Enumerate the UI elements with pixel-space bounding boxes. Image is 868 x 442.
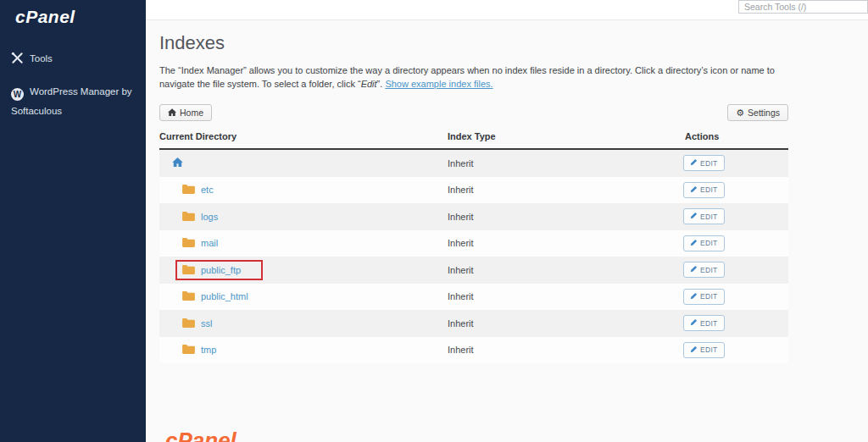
actions-cell: EDIT: [683, 315, 788, 331]
table-row: tmp Inherit EDIT: [159, 337, 788, 364]
directory-link-wrap[interactable]: tmp: [175, 340, 223, 360]
edit-button-label: EDIT: [700, 213, 718, 221]
cpanel-logo: cPanel: [0, 0, 146, 27]
header-actions: Actions: [683, 131, 788, 141]
directory-cell: etc: [159, 180, 448, 200]
topbar: [146, 0, 868, 20]
directory-link-wrap[interactable]: public_html: [175, 286, 255, 307]
gear-icon: ⚙︎: [736, 108, 744, 118]
directory-link[interactable]: etc: [201, 185, 214, 195]
directory-table: Current Directory Index Type Actions Inh…: [159, 131, 788, 363]
index-type-cell: Inherit: [448, 158, 683, 169]
pencil-icon: [690, 212, 698, 221]
description-edit-word: Edit: [361, 79, 377, 89]
index-type-cell: Inherit: [448, 212, 683, 222]
directory-link[interactable]: public_html: [201, 291, 248, 301]
header-index-type: Index Type: [448, 131, 683, 141]
actions-cell: EDIT: [683, 262, 788, 278]
actions-cell: EDIT: [683, 182, 788, 198]
edit-button[interactable]: EDIT: [683, 155, 725, 171]
tools-icon: [11, 52, 24, 71]
directory-link-wrap[interactable]: logs: [175, 207, 225, 227]
footer-cpanel-logo: cPanel: [165, 428, 236, 442]
description-text-end: ”.: [377, 79, 386, 89]
toolbar: Home ⚙︎ Settings: [159, 104, 788, 121]
actions-cell: EDIT: [683, 289, 788, 305]
index-type-cell: Inherit: [448, 265, 683, 275]
actions-cell: EDIT: [683, 342, 788, 358]
pencil-icon: [690, 318, 698, 328]
table-row: public_html Inherit EDIT: [159, 284, 788, 311]
index-type-cell: Inherit: [448, 185, 683, 195]
pencil-icon: [690, 158, 698, 168]
table-row: logs Inherit EDIT: [159, 203, 788, 230]
directory-link[interactable]: public_ftp: [201, 265, 241, 275]
edit-button-label: EDIT: [700, 345, 718, 354]
directory-link-wrap[interactable]: [165, 153, 196, 173]
directory-link-wrap[interactable]: etc: [175, 180, 220, 200]
folder-icon[interactable]: [182, 264, 195, 276]
directory-cell: logs: [159, 207, 448, 227]
edit-button[interactable]: EDIT: [683, 289, 725, 305]
content: Indexes The “Index Manager” allows you t…: [146, 20, 868, 363]
edit-button-label: EDIT: [700, 159, 718, 168]
sidebar-nav: Tools WWordPress Manager by Softaculous: [0, 49, 146, 121]
edit-button[interactable]: EDIT: [683, 208, 725, 224]
cpanel-app: cPanel Tools WWordPress Manager by Softa…: [0, 0, 868, 442]
pencil-icon: [690, 265, 698, 274]
table-row: public_ftp Inherit EDIT: [159, 257, 788, 284]
pencil-icon: [690, 345, 698, 355]
actions-cell: EDIT: [683, 208, 788, 224]
home-icon: [168, 108, 176, 118]
show-example-index-files-link[interactable]: Show example index files.: [385, 79, 492, 89]
table-body: Inherit EDIT etc Inherit: [159, 150, 788, 363]
header-current-directory: Current Directory: [159, 131, 448, 141]
directory-cell: mail: [159, 233, 448, 253]
pencil-icon: [690, 185, 698, 195]
directory-link-wrap[interactable]: public_ftp: [175, 260, 263, 280]
edit-button[interactable]: EDIT: [683, 182, 725, 198]
directory-link[interactable]: logs: [201, 212, 218, 222]
home-button[interactable]: Home: [159, 104, 212, 121]
page-title: Indexes: [159, 32, 868, 54]
actions-cell: EDIT: [683, 155, 788, 171]
directory-cell: tmp: [159, 340, 448, 360]
directory-link-wrap[interactable]: ssl: [175, 313, 219, 334]
folder-icon[interactable]: [182, 344, 195, 356]
edit-button-label: EDIT: [700, 185, 718, 194]
table-row: mail Inherit EDIT: [159, 230, 788, 257]
table-header: Current Directory Index Type Actions: [159, 131, 788, 150]
folder-icon[interactable]: [182, 184, 195, 196]
index-type-cell: Inherit: [448, 291, 683, 301]
edit-button[interactable]: EDIT: [683, 315, 725, 331]
sidebar-item-wordpress-manager[interactable]: WWordPress Manager by Softaculous: [0, 82, 146, 121]
index-type-cell: Inherit: [448, 238, 683, 248]
page-description: The “Index Manager” allows you to custom…: [159, 64, 788, 91]
search-input[interactable]: [738, 0, 868, 14]
settings-button[interactable]: ⚙︎ Settings: [727, 104, 788, 121]
sidebar-item-tools[interactable]: Tools: [0, 49, 146, 71]
settings-button-label: Settings: [748, 108, 780, 118]
folder-icon[interactable]: [182, 290, 195, 302]
home-button-label: Home: [180, 108, 203, 118]
edit-button[interactable]: EDIT: [683, 342, 725, 358]
edit-button-label: EDIT: [700, 292, 718, 301]
edit-button[interactable]: EDIT: [683, 262, 725, 278]
directory-cell: public_html: [159, 286, 448, 307]
edit-button-label: EDIT: [700, 239, 718, 247]
folder-icon[interactable]: [182, 318, 195, 329]
edit-button[interactable]: EDIT: [683, 235, 725, 251]
directory-cell: public_ftp: [159, 260, 448, 280]
directory-link[interactable]: mail: [201, 238, 218, 248]
directory-link[interactable]: ssl: [201, 318, 212, 329]
main-area: Indexes The “Index Manager” allows you t…: [146, 0, 868, 442]
folder-icon[interactable]: [182, 211, 195, 223]
folder-icon[interactable]: [182, 237, 195, 249]
directory-link-wrap[interactable]: mail: [175, 233, 225, 253]
pencil-icon: [690, 292, 698, 301]
table-row: etc Inherit EDIT: [159, 177, 788, 204]
index-type-cell: Inherit: [448, 345, 683, 355]
table-row: ssl Inherit EDIT: [159, 310, 788, 337]
directory-link[interactable]: tmp: [201, 345, 216, 355]
home-directory-icon[interactable]: [172, 157, 183, 169]
